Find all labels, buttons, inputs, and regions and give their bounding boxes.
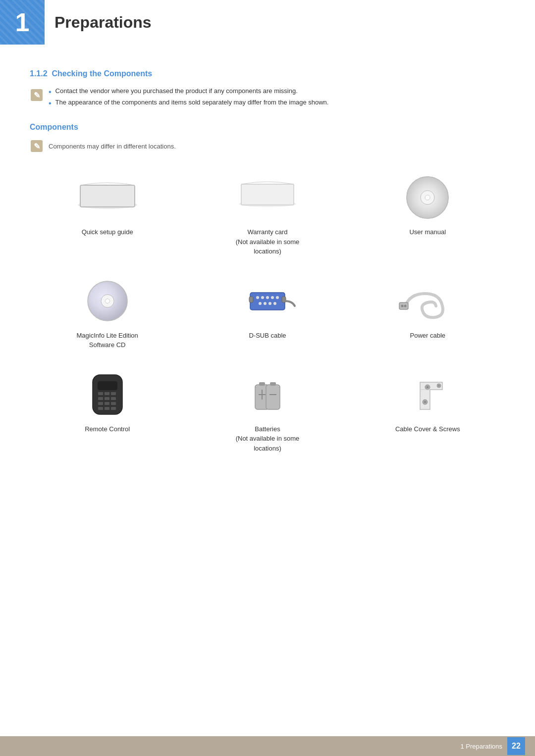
component-label-power-cable: Power cable — [410, 331, 446, 341]
component-user-manual: User manual — [350, 168, 505, 261]
bullet-1: • — [49, 87, 52, 97]
component-magicinfo-cd: MagicInfo Lite EditionSoftware CD — [30, 271, 185, 355]
note-text-2: The appearance of the components and ite… — [55, 99, 329, 106]
svg-rect-35 — [111, 392, 116, 395]
component-image-power-cable — [393, 276, 462, 326]
svg-rect-39 — [98, 402, 103, 405]
svg-rect-34 — [105, 392, 109, 395]
component-image-magicinfo-cd — [73, 276, 142, 326]
chapter-title: Preparations — [54, 13, 152, 32]
main-content: 1.1.2 Checking the Components ✎ • Contac… — [0, 45, 535, 478]
component-label-quick-setup-guide: Quick setup guide — [82, 227, 133, 237]
svg-point-22 — [259, 302, 262, 305]
svg-point-25 — [273, 302, 276, 305]
note-line-2: • The appearance of the components and i… — [49, 99, 328, 108]
svg-text:✎: ✎ — [34, 142, 40, 151]
svg-rect-32 — [98, 381, 117, 390]
svg-rect-33 — [98, 392, 103, 395]
bullet-2: • — [49, 99, 52, 108]
svg-point-12 — [425, 195, 430, 200]
svg-point-19 — [266, 296, 269, 299]
notes-block: ✎ • Contact the vendor where you purchas… — [30, 87, 505, 108]
component-power-cable: Power cable — [350, 271, 505, 355]
component-image-cable-cover — [393, 370, 462, 419]
component-image-quick-setup-guide — [73, 173, 142, 222]
component-label-batteries: Batteries(Not available in somelocations… — [236, 424, 300, 454]
svg-rect-5 — [80, 185, 135, 207]
components-note-text: Components may differ in different locat… — [49, 143, 176, 150]
svg-rect-28 — [399, 302, 408, 309]
component-label-remote-control: Remote Control — [85, 424, 130, 434]
svg-point-15 — [105, 299, 109, 303]
svg-rect-36 — [98, 397, 103, 400]
footer-section-label: 1 Preparations — [460, 743, 502, 750]
components-note-block: ✎ Components may differ in different loc… — [30, 139, 505, 153]
page-footer: 1 Preparations 22 — [0, 736, 535, 756]
svg-text:✎: ✎ — [34, 91, 40, 100]
component-image-remote-control — [73, 370, 142, 419]
chapter-number: 1 — [15, 7, 30, 37]
svg-rect-8 — [241, 184, 294, 205]
svg-point-21 — [276, 296, 279, 299]
components-grid: Quick setup guide Warranty card(Not avai… — [30, 168, 505, 458]
svg-rect-44 — [111, 407, 116, 410]
note-text-1: Contact the vendor where you purchased t… — [55, 87, 298, 95]
component-image-warranty-card — [233, 173, 302, 222]
components-label: Components — [30, 123, 505, 132]
page-header: 1 Preparations — [0, 0, 535, 45]
section-title: Checking the Components — [52, 69, 152, 78]
svg-rect-42 — [98, 407, 103, 410]
component-label-cable-cover: Cable Cover & Screws — [395, 424, 460, 434]
svg-rect-38 — [111, 397, 116, 400]
svg-rect-49 — [266, 385, 280, 409]
svg-rect-16 — [250, 293, 285, 310]
section-number: 1.1.2 — [30, 69, 48, 78]
svg-rect-26 — [249, 297, 253, 302]
svg-point-17 — [256, 296, 259, 299]
component-label-dsub-cable: D-SUB cable — [249, 331, 286, 341]
svg-rect-46 — [259, 382, 265, 386]
svg-point-24 — [268, 302, 271, 305]
footer-page-number: 22 — [507, 737, 525, 755]
svg-point-29 — [401, 304, 404, 307]
component-label-user-manual: User manual — [409, 227, 446, 237]
chapter-number-block: 1 — [0, 0, 45, 45]
note-line-1: • Contact the vendor where you purchased… — [49, 87, 328, 97]
svg-rect-37 — [105, 397, 109, 400]
component-image-dsub-cable — [233, 276, 302, 326]
component-image-user-manual — [393, 173, 462, 222]
svg-point-53 — [424, 401, 426, 403]
component-batteries: Batteries(Not available in somelocations… — [190, 365, 345, 458]
component-cable-cover: Cable Cover & Screws — [350, 365, 505, 458]
svg-point-55 — [427, 386, 428, 388]
component-dsub-cable: D-SUB cable — [190, 271, 345, 355]
note-icon: ✎ — [30, 88, 44, 102]
component-remote-control: Remote Control — [30, 365, 185, 458]
svg-point-57 — [438, 385, 440, 386]
component-image-batteries — [233, 370, 302, 419]
svg-rect-41 — [111, 402, 116, 405]
svg-point-30 — [404, 304, 407, 307]
component-quick-setup-guide: Quick setup guide — [30, 168, 185, 261]
note-lines: • Contact the vendor where you purchased… — [49, 87, 328, 108]
svg-point-20 — [271, 296, 274, 299]
component-warranty-card: Warranty card(Not available in somelocat… — [190, 168, 345, 261]
section-heading: 1.1.2 Checking the Components — [30, 69, 505, 78]
svg-rect-43 — [105, 407, 109, 410]
svg-point-23 — [264, 302, 267, 305]
component-label-warranty-card: Warranty card(Not available in somelocat… — [236, 227, 300, 256]
svg-point-18 — [261, 296, 264, 299]
component-label-magicinfo-cd: MagicInfo Lite EditionSoftware CD — [77, 331, 138, 350]
svg-rect-50 — [270, 382, 276, 386]
svg-rect-40 — [105, 402, 109, 405]
components-note-icon: ✎ — [30, 139, 44, 153]
